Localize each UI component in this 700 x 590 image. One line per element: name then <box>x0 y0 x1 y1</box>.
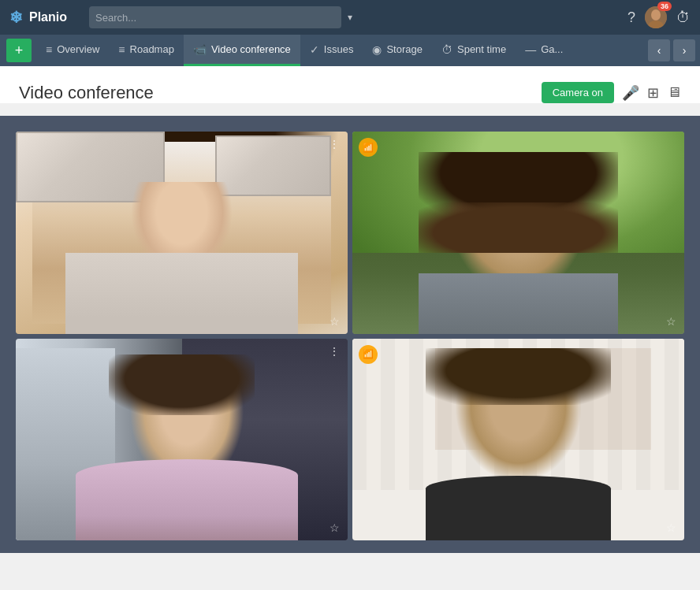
tab-video-label: Video conference <box>211 43 291 55</box>
top-bar-right: ? 36 ⏱ <box>627 6 691 28</box>
tab-bar: + ≡ Overview ≡ Roadmap 📹 Video conferenc… <box>0 35 700 66</box>
person-body-1 <box>65 253 298 334</box>
grid-layout-icon[interactable]: ⊞ <box>647 84 659 102</box>
tab-spent-time[interactable]: ⏱ Spent time <box>432 35 516 66</box>
top-bar: ❄ Planio ▾ ? 36 ⏱ <box>0 0 700 35</box>
tab-storage[interactable]: ◉ Storage <box>363 35 432 66</box>
notification-badge: 36 <box>657 2 672 11</box>
star-icon-3[interactable]: ☆ <box>330 521 340 534</box>
video-cell-1: ⋮ ☆ <box>16 132 348 334</box>
overview-icon: ≡ <box>46 43 52 56</box>
page-title: Video conference <box>19 83 154 103</box>
video-feed-4 <box>352 339 684 541</box>
star-icon-2[interactable]: ☆ <box>666 315 676 328</box>
person-shirt-4 <box>426 476 612 540</box>
storage-icon: ◉ <box>372 43 382 56</box>
search-chevron-icon[interactable]: ▾ <box>348 12 352 23</box>
search-input[interactable] <box>89 6 341 28</box>
video-grid: ⋮ ☆ 📶 ☆ ⋮ ☆ <box>0 116 700 553</box>
video-feed-2 <box>352 132 684 334</box>
add-tab-button[interactable]: + <box>6 39 32 62</box>
more-options-icon-1[interactable]: ⋮ <box>329 138 340 150</box>
video-cell-4: 📶 ☆ <box>352 339 684 541</box>
star-icon-1[interactable]: ☆ <box>330 315 340 328</box>
help-icon[interactable]: ? <box>627 9 635 26</box>
camera-on-button[interactable]: Camera on <box>542 82 614 103</box>
video-cell-2: 📶 ☆ <box>352 132 684 334</box>
user-avatar-wrap[interactable]: 36 <box>645 6 667 28</box>
gantt-icon: — <box>525 43 536 56</box>
roadmap-icon: ≡ <box>118 43 125 56</box>
tab-gantt-label: Ga... <box>541 43 563 55</box>
video-feed-1 <box>16 132 348 334</box>
app-logo[interactable]: ❄ Planio <box>9 8 67 27</box>
person-hoodie-2 <box>419 273 618 334</box>
more-options-icon-3[interactable]: ⋮ <box>329 345 340 358</box>
app-name: Planio <box>29 10 67 24</box>
page-header: Video conference Camera on 🎤 ⊞ 🖥 <box>19 82 681 103</box>
video-icon: 📹 <box>193 43 207 56</box>
person-beard-2 <box>419 202 618 253</box>
issues-icon: ✓ <box>310 43 319 56</box>
spent-time-icon: ⏱ <box>441 43 452 56</box>
tab-prev-button[interactable]: ‹ <box>648 39 670 61</box>
tab-issues[interactable]: ✓ Issues <box>300 35 363 66</box>
tab-nav: ‹ › <box>646 35 697 66</box>
tab-overview-label: Overview <box>57 43 99 55</box>
tab-overview[interactable]: ≡ Overview <box>36 35 109 66</box>
svg-point-1 <box>651 9 661 20</box>
page-content: Video conference Camera on 🎤 ⊞ 🖥 <box>0 66 700 103</box>
screen-share-icon[interactable]: 🖥 <box>667 84 681 101</box>
video-feed-3 <box>16 339 348 541</box>
tab-storage-label: Storage <box>386 43 423 55</box>
tab-next-button[interactable]: › <box>673 39 695 61</box>
video-cell-3: ⋮ ☆ <box>16 339 348 541</box>
clock-icon[interactable]: ⏱ <box>676 9 691 26</box>
tab-roadmap-label: Roadmap <box>130 43 174 55</box>
page-controls: Camera on 🎤 ⊞ 🖥 <box>542 82 681 103</box>
star-icon-4[interactable]: ☆ <box>666 521 676 534</box>
person-hair-3 <box>109 354 255 415</box>
person-sweater-3 <box>76 459 298 540</box>
tab-video-conference[interactable]: 📹 Video conference <box>184 35 300 66</box>
microphone-icon[interactable]: 🎤 <box>622 84 639 102</box>
tab-roadmap[interactable]: ≡ Roadmap <box>109 35 184 66</box>
logo-icon: ❄ <box>9 8 23 27</box>
tab-issues-label: Issues <box>324 43 354 55</box>
person-hair-4 <box>426 348 612 405</box>
tab-spent-time-label: Spent time <box>457 43 506 55</box>
tab-gantt[interactable]: — Ga... <box>516 35 572 66</box>
